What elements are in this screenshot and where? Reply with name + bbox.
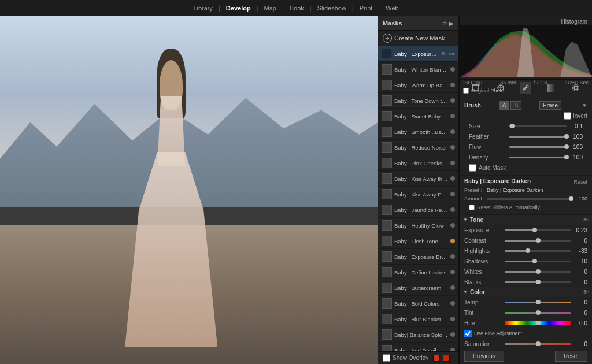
- masks-minimize-icon[interactable]: —: [434, 20, 440, 27]
- main-layout: Masks — ⊙ ▶ + Create New Mask Baby | Exp…: [0, 16, 592, 364]
- mask-name: Baby | Bold Colors: [394, 300, 448, 307]
- tone-section-header[interactable]: ▼ Tone 👁: [460, 215, 592, 225]
- use-fine-checkbox[interactable]: [464, 330, 472, 337]
- mask-item[interactable]: Baby | Flesh Tone: [378, 233, 458, 249]
- hue-slider[interactable]: [505, 320, 571, 326]
- mask-item[interactable]: Baby | Smooth...Baby's Bottom: [378, 124, 458, 140]
- auto-mask-checkbox[interactable]: [469, 164, 476, 172]
- mask-more-icon[interactable]: •••: [449, 51, 455, 57]
- mask-dot: [450, 254, 455, 259]
- mask-item[interactable]: Baby | Add Detail: [378, 343, 458, 351]
- tint-value: 0: [571, 310, 587, 316]
- size-slider[interactable]: [509, 122, 567, 129]
- mask-name: Baby | Flesh Tone: [394, 238, 448, 244]
- nav-book[interactable]: Book: [285, 2, 309, 14]
- mask-thumbnail: [382, 142, 392, 153]
- mask-item[interactable]: Baby | Reduce Noise: [378, 140, 458, 155]
- mask-item[interactable]: Baby | Pink Cheeks: [378, 155, 458, 171]
- highlights-label: Highlights: [464, 248, 505, 254]
- nav-develop[interactable]: Develop: [221, 2, 256, 14]
- nav-map[interactable]: Map: [260, 2, 281, 14]
- nav-web[interactable]: Web: [381, 2, 403, 14]
- mask-name: Baby | Jaundice Remedy: [394, 207, 448, 213]
- histogram-iso: ISO 100: [463, 80, 482, 86]
- saturation-slider[interactable]: [505, 340, 571, 347]
- original-photo-checkbox[interactable]: [463, 88, 469, 94]
- saturation-row: Saturation 0: [460, 339, 592, 348]
- mask-dot: [450, 145, 455, 150]
- feather-slider[interactable]: [509, 133, 567, 140]
- mask-thumbnail: [382, 329, 392, 340]
- nav-print[interactable]: Print: [355, 2, 378, 14]
- mask-thumbnail: [382, 298, 392, 309]
- blacks-slider[interactable]: [505, 278, 571, 285]
- mask-item[interactable]: Baby | Warm Up Baby: [378, 77, 458, 93]
- saturation-value: 0: [571, 341, 587, 347]
- preset-reset-button[interactable]: Reset: [574, 179, 587, 185]
- mask-item[interactable]: Baby | Healthy Glow: [378, 218, 458, 233]
- overlay-color-box[interactable]: [433, 355, 440, 362]
- mask-name: Baby | Add Detail: [394, 347, 448, 352]
- reset-button[interactable]: Reset: [555, 351, 587, 362]
- show-overlay-checkbox[interactable]: [383, 354, 390, 362]
- reset-sliders-row: Reset Sliders Automatically: [464, 203, 587, 212]
- mask-item[interactable]: Baby | Blur Blanket: [378, 311, 458, 327]
- brush-a-button[interactable]: A: [499, 101, 510, 110]
- reset-sliders-label: Reset Sliders Automatically: [477, 205, 540, 210]
- amount-label: Amount: [464, 196, 484, 202]
- color-eye-icon[interactable]: 👁: [583, 289, 589, 295]
- previous-button[interactable]: Previous: [464, 351, 504, 362]
- overlay-color-box2[interactable]: [443, 355, 450, 362]
- hue-label: Hue: [464, 320, 505, 326]
- mask-name: Baby| Balance Splotchy Skin: [394, 332, 448, 338]
- mask-item[interactable]: Baby | Kiss Away Purple: [378, 187, 458, 202]
- mask-item[interactable]: Baby | Exposure Brighten: [378, 249, 458, 265]
- nav-slideshow[interactable]: Slideshow: [313, 2, 351, 14]
- create-mask-button[interactable]: + Create New Mask: [378, 31, 458, 46]
- invert-checkbox[interactable]: [564, 112, 571, 120]
- tone-section: ▼ Tone 👁 Exposure -0.23 Contrast: [460, 215, 592, 287]
- flow-slider[interactable]: [509, 143, 567, 150]
- color-section-header[interactable]: ▼ Color 👁: [460, 287, 592, 297]
- mask-item[interactable]: Baby| Balance Splotchy Skin: [378, 327, 458, 343]
- density-row: Density 100: [464, 152, 587, 162]
- exposure-row: Exposure -0.23: [460, 225, 592, 235]
- mask-item[interactable]: Baby | Sweet Baby Lips: [378, 109, 458, 124]
- masks-expand-icon[interactable]: ▶: [449, 20, 454, 27]
- temp-slider[interactable]: [505, 299, 571, 306]
- masks-settings-icon[interactable]: ⊙: [442, 20, 447, 27]
- reset-sliders-checkbox[interactable]: [469, 205, 475, 210]
- contrast-value: 0: [571, 237, 587, 244]
- contrast-slider[interactable]: [505, 237, 571, 244]
- chevron-down-icon[interactable]: ▼: [582, 102, 587, 109]
- amount-slider[interactable]: [487, 198, 574, 200]
- mask-item[interactable]: Baby | Kiss Away the Red: [378, 171, 458, 187]
- mask-item[interactable]: Baby | Whiten Blanket: [378, 62, 458, 77]
- shadows-slider[interactable]: [505, 258, 571, 265]
- mask-item[interactable]: Baby | Exposure Darken 👁 •••: [378, 46, 458, 62]
- tint-slider[interactable]: [505, 309, 571, 316]
- mask-item[interactable]: Baby | Buttercream: [378, 280, 458, 296]
- preset-section: Baby | Exposure Darken Reset Preset : Ba…: [460, 176, 592, 215]
- mask-name: Baby | Warm Up Baby: [394, 82, 448, 88]
- tone-eye-icon[interactable]: 👁: [583, 217, 589, 223]
- histogram-title[interactable]: Histogram: [561, 18, 587, 25]
- whites-slider[interactable]: [505, 268, 571, 275]
- mask-item[interactable]: Baby | Bold Colors: [378, 296, 458, 311]
- mask-dot: [450, 270, 455, 274]
- exposure-value: -0.23: [571, 227, 587, 233]
- show-overlay-label: Show Overlay: [393, 355, 428, 361]
- mask-dot: [450, 114, 455, 118]
- exposure-slider[interactable]: [505, 226, 571, 233]
- original-photo-row: Original Photo: [460, 87, 592, 95]
- mask-eye-icon[interactable]: 👁: [441, 51, 446, 57]
- density-slider[interactable]: [509, 154, 567, 161]
- mask-item[interactable]: Baby | Jaundice Remedy: [378, 202, 458, 218]
- mask-item[interactable]: Baby | Define Lashes: [378, 265, 458, 280]
- highlights-slider[interactable]: [505, 247, 571, 254]
- brush-b-button[interactable]: B: [510, 101, 521, 110]
- mask-dot: [450, 98, 455, 103]
- nav-library[interactable]: Library: [188, 2, 217, 14]
- erase-button[interactable]: Erase: [539, 101, 561, 110]
- mask-item[interactable]: Baby | Tone Down the Color: [378, 93, 458, 109]
